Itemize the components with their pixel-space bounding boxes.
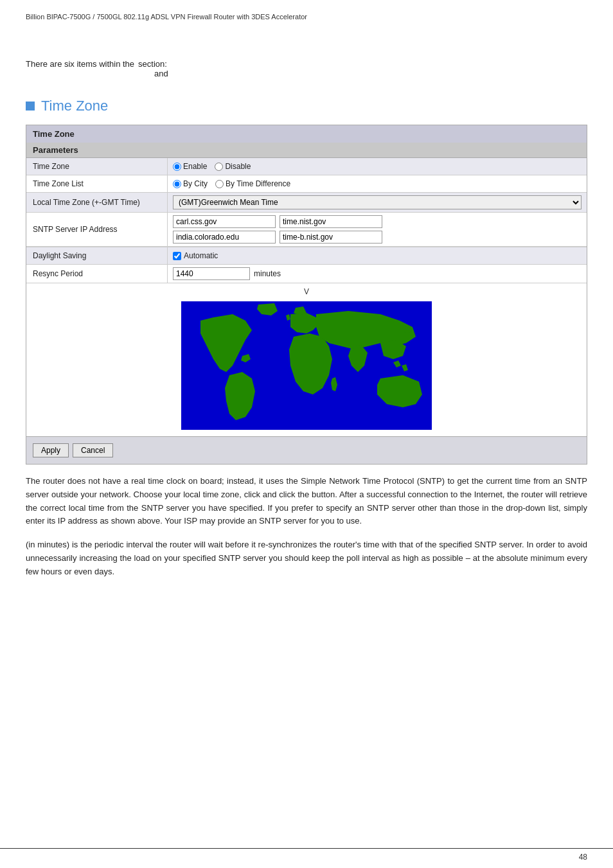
world-map[interactable] — [181, 301, 432, 430]
timezone-disable-radio[interactable] — [215, 163, 223, 171]
localtimezone-select[interactable]: (GMT)Greenwich Mean Time — [173, 195, 582, 209]
cancel-button[interactable]: Cancel — [73, 443, 113, 457]
page-header: Billion BIPAC-7500G / 7500GL 802.11g ADS… — [26, 13, 587, 21]
table-row: Daylight Saving Automatic — [26, 247, 587, 265]
timezone-enable-radio[interactable] — [173, 163, 181, 171]
daylightsaving-value: Automatic — [168, 247, 587, 264]
bycity-radio[interactable] — [173, 180, 181, 188]
resyncperiod-label: Resync Period — [26, 265, 168, 283]
sntp-row1 — [173, 215, 582, 228]
timezone-radio-group: Enable Disable — [173, 162, 251, 171]
timezone-value: Enable Disable — [168, 158, 587, 175]
time-zone-table: Time Zone Parameters Time Zone Enable Di… — [26, 125, 587, 465]
table-row: SNTP Server IP Address — [26, 213, 587, 247]
table-row: Time Zone List By City By Time Differenc… — [26, 175, 587, 193]
section-title: Time Zone — [41, 98, 108, 114]
timezone-disable-option[interactable]: Disable — [215, 162, 251, 171]
resyncperiod-value: minutes — [168, 265, 587, 283]
bydiff-option[interactable]: By Time Difference — [215, 179, 290, 188]
map-section: V — [26, 283, 587, 436]
bycity-label: By City — [183, 179, 208, 188]
description-text: The router does not have a real time clo… — [26, 475, 587, 528]
localtimezone-value: (GMT)Greenwich Mean Time — [168, 193, 587, 212]
sntp-input2a[interactable] — [173, 231, 276, 244]
bycity-option[interactable]: By City — [173, 179, 208, 188]
button-row: Apply Cancel — [26, 436, 587, 464]
v-indicator: V — [31, 286, 582, 297]
bydiff-radio[interactable] — [215, 180, 224, 188]
sntp-input1b[interactable] — [280, 215, 382, 228]
intro-section: There are six items within the section: … — [26, 59, 587, 78]
localtimezone-label: Local Time Zone (+-GMT Time) — [26, 193, 168, 212]
intro-text-part2: section: — [138, 59, 167, 69]
world-map-svg — [181, 301, 432, 430]
daylightsaving-checkbox-label[interactable]: Automatic — [173, 251, 218, 260]
daylightsaving-checkbox[interactable] — [173, 252, 181, 260]
params-header: Parameters — [26, 143, 587, 158]
table-row: Local Time Zone (+-GMT Time) (GMT)Greenw… — [26, 193, 587, 213]
resync-input[interactable] — [173, 267, 250, 280]
sntp-input2b[interactable] — [280, 231, 382, 244]
resync-description-text: (in minutes) is the periodic interval th… — [26, 538, 587, 578]
page-number: 48 — [579, 853, 587, 862]
timezone-enable-option[interactable]: Enable — [173, 162, 207, 171]
table-row: Time Zone Enable Disable — [26, 158, 587, 175]
timezonelist-label: Time Zone List — [26, 175, 168, 192]
timezone-enable-label: Enable — [183, 162, 207, 171]
bydiff-label: By Time Difference — [226, 179, 290, 188]
intro-text-part1: There are six items within the — [26, 59, 134, 69]
timezone-disable-label: Disable — [225, 162, 251, 171]
apply-button[interactable]: Apply — [33, 443, 69, 457]
timezone-label: Time Zone — [26, 158, 168, 175]
sntp-row2 — [173, 231, 582, 244]
sntp-label: SNTP Server IP Address — [26, 213, 168, 246]
daylightsaving-label: Daylight Saving — [26, 247, 168, 264]
section-title-container: Time Zone — [26, 98, 587, 114]
footer-line — [0, 848, 613, 849]
resync-unit: minutes — [254, 269, 281, 278]
daylightsaving-text: Automatic — [184, 251, 218, 260]
sntp-input1a[interactable] — [173, 215, 276, 228]
intro-text-and: and — [154, 69, 168, 78]
section-icon — [26, 102, 35, 111]
resync-input-group: minutes — [173, 267, 281, 280]
table-row: Resync Period minutes — [26, 265, 587, 283]
table-title: Time Zone — [26, 125, 587, 143]
timezonelist-radio-group: By City By Time Difference — [173, 179, 290, 188]
timezonelist-value: By City By Time Difference — [168, 175, 587, 192]
